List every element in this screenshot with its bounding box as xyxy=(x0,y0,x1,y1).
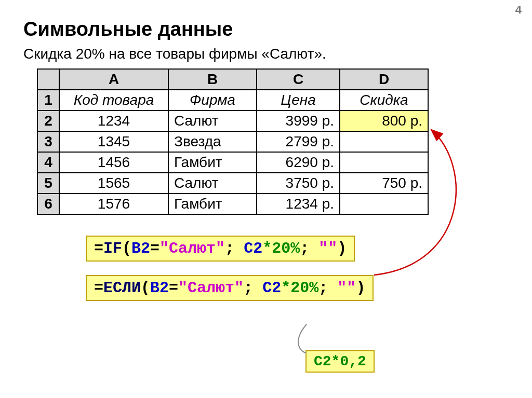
cell-a6: 1576 xyxy=(59,194,168,214)
col-header-b: B xyxy=(168,69,257,90)
cell-reference: C2 xyxy=(244,240,262,257)
cell-b2: Салют xyxy=(168,111,257,131)
table-row: 4 1456 Гамбит 6290 р. xyxy=(37,152,428,173)
cell-d1: Скидка xyxy=(340,90,428,111)
row-number: 1 xyxy=(37,90,59,111)
cell-c3: 2799 р. xyxy=(257,131,340,152)
table-row: 6 1576 Гамбит 1234 р. xyxy=(37,194,428,214)
cell-c5: 3750 р. xyxy=(257,173,340,194)
left-paren: ( xyxy=(122,240,131,257)
cell-d3 xyxy=(340,131,428,152)
semicolon: ; xyxy=(225,240,244,257)
equals-sign: = xyxy=(94,240,103,257)
left-paren: ( xyxy=(141,279,150,297)
table-row: 2 1234 Салют 3999 р. 800 р. xyxy=(37,111,428,131)
cell-b5: Салют xyxy=(168,173,257,194)
cell-d5: 750 р. xyxy=(340,173,428,194)
table-row: 5 1565 Салют 3750 р. 750 р. xyxy=(37,173,428,194)
cell-b1: Фирма xyxy=(168,90,257,111)
cell-a4: 1456 xyxy=(59,152,168,173)
row-number: 5 xyxy=(37,173,59,194)
string-literal: "" xyxy=(337,279,356,297)
expression: *20% xyxy=(281,279,318,297)
string-literal: "Салют" xyxy=(159,240,225,257)
row-number: 6 xyxy=(37,194,59,214)
formula-esli: =ЕСЛИ(B2="Салют"; C2*20%; "") xyxy=(86,275,374,301)
equals-sign: = xyxy=(94,279,103,297)
semicolon: ; xyxy=(244,279,262,297)
corner-cell xyxy=(37,69,59,90)
cell-b6: Гамбит xyxy=(168,194,257,214)
cell-b3: Звезда xyxy=(168,131,257,152)
cell-c2: 3999 р. xyxy=(257,111,340,131)
semicolon: ; xyxy=(318,279,337,297)
cell-c6: 1234 р. xyxy=(257,194,340,214)
table-row: 1 Код товара Фирма Цена Скидка xyxy=(37,90,428,111)
cell-b4: Гамбит xyxy=(168,152,257,173)
cell-d2: 800 р. xyxy=(340,111,428,131)
string-literal: "Салют" xyxy=(178,279,244,297)
cell-c4: 6290 р. xyxy=(257,152,340,173)
cell-d6 xyxy=(340,194,428,214)
subtitle: Скидка 20% на все товары фирмы «Салют». xyxy=(23,46,511,62)
row-number: 2 xyxy=(37,111,59,131)
spreadsheet-table: A B C D 1 Код товара Фирма Цена Скидка 2… xyxy=(37,68,429,215)
formula-if: =IF(B2="Салют"; C2*20%; "") xyxy=(86,236,355,262)
row-number: 4 xyxy=(37,152,59,173)
semicolon: ; xyxy=(300,240,318,257)
function-name: ЕСЛИ xyxy=(103,279,141,297)
col-header-c: C xyxy=(257,69,340,90)
equals-sign: = xyxy=(150,240,159,257)
row-number: 3 xyxy=(37,131,59,152)
expression: *20% xyxy=(262,240,300,257)
cell-reference: C2 xyxy=(262,279,281,297)
hint-box: C2*0,2 xyxy=(305,350,375,373)
cell-a3: 1345 xyxy=(59,131,168,152)
string-literal: "" xyxy=(318,240,337,257)
cell-a2: 1234 xyxy=(59,111,168,131)
cell-reference: B2 xyxy=(150,279,169,297)
cell-d4 xyxy=(340,152,428,173)
table-row: 3 1345 Звезда 2799 р. xyxy=(37,131,428,152)
cell-a1: Код товара xyxy=(59,90,168,111)
col-header-d: D xyxy=(340,69,428,90)
column-header-row: A B C D xyxy=(37,69,428,90)
cell-a5: 1565 xyxy=(59,173,168,194)
right-paren: ) xyxy=(337,240,347,257)
page-title: Символьные данные xyxy=(23,18,511,40)
equals-sign: = xyxy=(169,279,178,297)
right-paren: ) xyxy=(356,279,365,297)
cell-reference: B2 xyxy=(131,240,150,257)
col-header-a: A xyxy=(59,69,168,90)
page-number: 4 xyxy=(515,3,522,17)
function-name: IF xyxy=(103,240,122,257)
cell-c1: Цена xyxy=(257,90,340,111)
